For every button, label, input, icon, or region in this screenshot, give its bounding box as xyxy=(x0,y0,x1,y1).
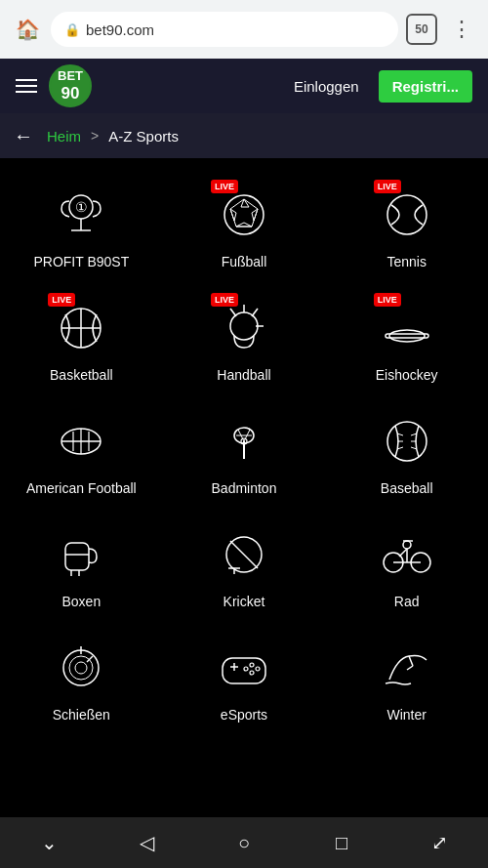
sport-item-winter[interactable]: Winter xyxy=(325,621,488,734)
svg-line-15 xyxy=(230,309,236,316)
svg-point-4 xyxy=(224,195,264,234)
sport-label: Winter xyxy=(386,707,426,723)
live-badge: LIVE xyxy=(48,293,75,307)
sport-label: Rad xyxy=(394,594,420,609)
svg-point-19 xyxy=(389,330,425,342)
sport-label: PROFIT B90ST xyxy=(33,254,129,269)
nav-fullscreen[interactable]: ⤢ xyxy=(420,823,459,862)
site-header: BET 90 Einloggen Registri... xyxy=(0,59,488,113)
sport-label: Kricket xyxy=(224,594,265,609)
gamepad-icon xyxy=(213,637,275,699)
sport-item-eishockey[interactable]: LIVEEishockey xyxy=(325,281,488,394)
sport-item-american-football[interactable]: American Football xyxy=(0,394,163,508)
boxing-icon xyxy=(50,523,112,586)
sport-item-kricket[interactable]: Kricket xyxy=(163,508,326,621)
sport-label: American Football xyxy=(26,480,137,496)
browser-url-bar[interactable]: 🔒 bet90.com xyxy=(51,12,398,47)
svg-point-55 xyxy=(63,650,99,685)
svg-point-63 xyxy=(250,663,254,667)
live-badge: LIVE xyxy=(374,180,401,193)
cycling-icon xyxy=(376,523,438,586)
login-button[interactable]: Einloggen xyxy=(286,78,367,95)
sport-item-fussball[interactable]: LIVEFußball xyxy=(163,168,326,281)
svg-point-14 xyxy=(230,312,258,340)
sport-label: Baseball xyxy=(381,480,433,496)
svg-point-64 xyxy=(256,667,260,671)
breadcrumb-separator: > xyxy=(91,128,99,144)
american-football-icon xyxy=(50,410,112,473)
bottom-nav: ⌄ ◁ ○ □ ⤢ xyxy=(0,817,488,868)
hamburger-menu[interactable] xyxy=(16,79,37,93)
sport-label: Fußball xyxy=(222,254,267,269)
nav-home[interactable]: ○ xyxy=(224,823,264,862)
svg-point-65 xyxy=(250,671,254,675)
svg-line-68 xyxy=(407,666,413,670)
sport-item-esports[interactable]: eSports xyxy=(163,621,326,734)
svg-text:①: ① xyxy=(75,199,88,215)
hockey-icon: LIVE xyxy=(376,297,438,359)
cricket-icon xyxy=(213,523,275,586)
sport-item-tennis[interactable]: LIVETennis xyxy=(325,168,488,281)
sport-label: eSports xyxy=(221,707,267,723)
back-button[interactable]: ← xyxy=(14,125,33,147)
svg-rect-39 xyxy=(65,543,89,570)
sport-item-baseball[interactable]: Baseball xyxy=(325,394,488,508)
svg-line-53 xyxy=(399,549,407,557)
browser-bar: 🏠 🔒 bet90.com 50 ⋮ xyxy=(0,0,488,59)
svg-marker-7 xyxy=(236,223,252,227)
live-badge: LIVE xyxy=(374,293,401,307)
trophy-icon: ① xyxy=(50,184,112,246)
svg-point-57 xyxy=(75,662,87,674)
live-badge: LIVE xyxy=(211,180,238,193)
sport-item-handball[interactable]: LIVEHandball xyxy=(163,281,326,394)
nav-back[interactable]: ◁ xyxy=(127,823,166,862)
svg-line-44 xyxy=(230,541,258,568)
sport-item-basketball[interactable]: LIVEBasketball xyxy=(0,281,163,394)
ski-icon xyxy=(376,637,438,699)
handball-icon: LIVE xyxy=(213,297,275,359)
nav-chevron-down[interactable]: ⌄ xyxy=(29,823,68,862)
browser-tab-count[interactable]: 50 xyxy=(406,14,437,45)
sport-item-profit[interactable]: ①PROFIT B90ST xyxy=(0,168,163,281)
shooting-icon xyxy=(50,637,112,699)
sport-item-badminton[interactable]: Badminton xyxy=(163,394,326,508)
badminton-icon xyxy=(213,410,275,473)
sport-item-boxen[interactable]: Boxen xyxy=(0,508,163,621)
svg-rect-20 xyxy=(386,334,428,338)
svg-point-10 xyxy=(387,195,427,234)
svg-line-59 xyxy=(87,656,93,662)
register-button[interactable]: Registri... xyxy=(379,70,472,103)
live-badge: LIVE xyxy=(211,293,238,307)
nav-square[interactable]: □ xyxy=(322,823,361,862)
svg-point-32 xyxy=(387,422,427,461)
svg-line-17 xyxy=(252,309,258,316)
sport-item-rad[interactable]: Rad xyxy=(325,508,488,621)
sport-item-shooting[interactable]: Schießen xyxy=(0,621,163,734)
lock-icon: 🔒 xyxy=(64,22,80,37)
sport-label: Tennis xyxy=(386,254,426,269)
sport-label: Handball xyxy=(217,367,270,383)
tennis-icon: LIVE xyxy=(376,184,438,246)
breadcrumb-bar: ← Heim > A-Z Sports xyxy=(0,113,488,158)
sport-label: Basketball xyxy=(50,367,113,383)
svg-line-67 xyxy=(409,656,413,666)
site-logo: BET 90 xyxy=(49,64,92,107)
soccer-icon: LIVE xyxy=(213,184,275,246)
svg-point-49 xyxy=(403,541,411,549)
sport-label: Badminton xyxy=(212,480,277,496)
sport-label: Schießen xyxy=(53,707,110,723)
browser-more-button[interactable]: ⋮ xyxy=(445,14,476,45)
breadcrumb-current: A-Z Sports xyxy=(108,128,179,145)
sports-grid: ①PROFIT B90STLIVEFußballLIVETennisLIVEBa… xyxy=(0,158,488,744)
url-text: bet90.com xyxy=(86,21,154,38)
sport-label: Eishockey xyxy=(376,367,438,383)
basketball-icon: LIVE xyxy=(50,297,112,359)
svg-point-66 xyxy=(244,667,248,671)
browser-home-button[interactable]: 🏠 xyxy=(12,14,43,45)
baseball-icon xyxy=(376,410,438,473)
breadcrumb-home[interactable]: Heim xyxy=(47,128,81,145)
sport-label: Boxen xyxy=(61,594,101,609)
